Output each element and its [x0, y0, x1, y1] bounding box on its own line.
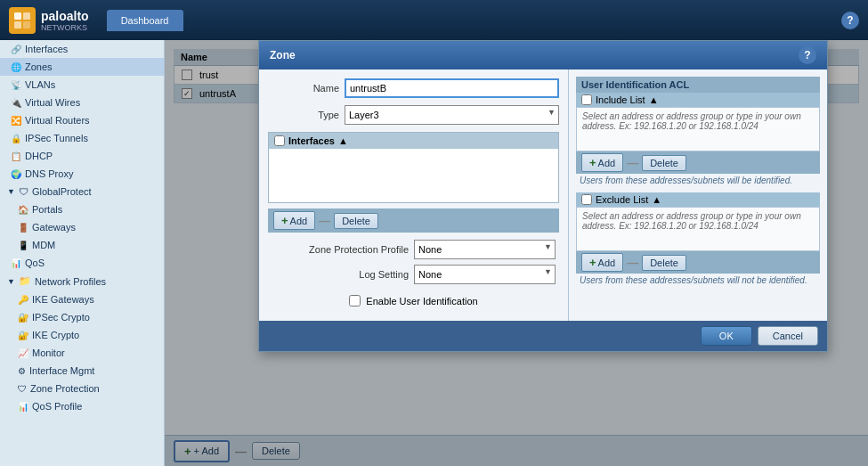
dhcp-icon: 📋	[11, 151, 21, 161]
app-title: paloalto	[41, 9, 89, 23]
modal-body: Name Type Layer3 Layer2 Virtual Wire	[259, 69, 827, 321]
sidebar-item-ipsec-crypto[interactable]: 🔐 IPSec Crypto	[0, 308, 164, 326]
include-list-header: Include List ▲	[576, 93, 820, 107]
name-row: Name	[268, 78, 559, 98]
ipsec-crypto-icon: 🔐	[18, 313, 28, 323]
zone-protection-select[interactable]: None	[414, 240, 556, 259]
interfaces-header: Interfaces ▲	[269, 133, 558, 149]
sidebar-item-globalprotect[interactable]: ▼ 🛡 GlobalProtect	[0, 183, 164, 200]
sidebar-item-ike-gateways[interactable]: 🔑 IKE Gateways	[0, 290, 164, 308]
modal-left: Name Type Layer3 Layer2 Virtual Wire	[259, 69, 569, 321]
content-area: Name trust untrustA + + Add — Delete	[165, 40, 868, 466]
type-select[interactable]: Layer3 Layer2 Virtual Wire Tap Tunnel	[345, 105, 559, 125]
interfaces-toggle[interactable]: ▲	[338, 135, 348, 146]
minus-icon2: —	[319, 214, 330, 227]
monitor-icon: 📈	[18, 348, 28, 358]
sidebar-item-vlans[interactable]: 📡 VLANs	[0, 76, 164, 94]
include-toggle[interactable]: ▲	[649, 94, 659, 105]
ike-gateways-icon: 🔑	[18, 295, 28, 305]
include-list-area: Select an address or address group or ty…	[576, 107, 820, 151]
modal-title: Zone	[270, 49, 296, 61]
sidebar-item-ipsec-tunnels[interactable]: 🔒 IPSec Tunnels	[0, 129, 164, 147]
sidebar-item-zone-protection[interactable]: 🛡 Zone Protection	[0, 380, 164, 397]
exclude-list-section: Exclude List ▲ Select an address or addr…	[576, 192, 820, 287]
sidebar-item-virtual-routers[interactable]: 🔀 Virtual Routers	[0, 111, 164, 129]
modal-titlebar: Zone ?	[259, 41, 827, 69]
main-layout: 🔗 Interfaces 🌐 Zones 📡 VLANs 🔌 Virtual W…	[0, 40, 868, 466]
sidebar-item-ike-crypto[interactable]: 🔐 IKE Crypto	[0, 326, 164, 344]
type-label: Type	[268, 110, 339, 120]
logo-icon	[9, 7, 36, 34]
name-input[interactable]	[345, 78, 559, 98]
cancel-button[interactable]: Cancel	[758, 326, 818, 346]
zone-protection-label: Zone Protection Profile	[272, 244, 414, 255]
enable-user-id-checkbox[interactable]	[349, 295, 361, 307]
exclude-add-button[interactable]: + Add	[581, 253, 623, 272]
include-list-section: Include List ▲ Select an address or addr…	[576, 93, 820, 187]
exclude-checkbox[interactable]	[581, 194, 592, 205]
virtual-routers-icon: 🔀	[11, 116, 21, 126]
sidebar-item-qos-profile[interactable]: 📊 QoS Profile	[0, 397, 164, 415]
modal-help-icon[interactable]: ?	[799, 46, 816, 64]
qos-icon: 📊	[11, 258, 21, 268]
help-icon[interactable]: ?	[841, 12, 859, 29]
exclude-delete-button[interactable]: Delete	[642, 255, 686, 271]
sidebar-item-qos[interactable]: 📊 QoS	[0, 254, 164, 272]
zone-protection-icon: 🛡	[18, 384, 27, 394]
nav-tabs: Dashboard	[107, 10, 183, 31]
modal-overlay: Zone ? Name Type	[165, 40, 868, 466]
include-checkbox[interactable]	[581, 94, 592, 105]
exclude-list-label: Exclude List	[596, 194, 648, 205]
include-delete-button[interactable]: Delete	[642, 155, 686, 171]
topbar: paloalto NETWORKS Dashboard ?	[0, 0, 868, 40]
modal-footer: OK Cancel	[259, 321, 827, 351]
sidebar-item-mdm[interactable]: 📱 MDM	[0, 236, 164, 254]
type-row: Type Layer3 Layer2 Virtual Wire Tap Tunn…	[268, 105, 559, 125]
vlans-icon: 📡	[11, 80, 21, 90]
interface-mgmt-icon: ⚙	[18, 366, 26, 376]
exclude-toggle[interactable]: ▲	[652, 194, 661, 205]
exclude-toolbar: + Add — Delete	[576, 251, 820, 274]
plus-icon2: +	[281, 214, 288, 227]
virtual-wires-icon: 🔌	[11, 98, 21, 108]
name-label: Name	[268, 83, 339, 94]
network-profiles-icon: 📁	[19, 275, 31, 287]
acl-header: User Identification ACL	[576, 77, 820, 93]
sidebar-item-dns-proxy[interactable]: 🌍 DNS Proxy	[0, 165, 164, 183]
gateways-icon: 🚪	[18, 223, 28, 233]
minus-icon4: —	[627, 256, 638, 269]
include-toolbar: + Add — Delete	[576, 151, 820, 174]
zone-protection-select-wrapper: None	[414, 240, 556, 259]
exclude-list-header: Exclude List ▲	[576, 192, 820, 207]
mdm-icon: 📱	[18, 241, 28, 250]
sidebar-item-interface-mgmt[interactable]: ⚙ Interface Mgmt	[0, 362, 164, 380]
globalprotect-icon: 🛡	[19, 186, 28, 197]
dns-proxy-icon: 🌍	[11, 169, 21, 179]
sidebar-item-network-profiles[interactable]: ▼ 📁 Network Profiles	[0, 272, 164, 290]
zone-dialog: Zone ? Name Type	[258, 40, 828, 352]
sidebar-item-gateways[interactable]: 🚪 Gateways	[0, 218, 164, 236]
interfaces-label: Interfaces	[288, 135, 335, 146]
minus-icon3: —	[627, 156, 638, 169]
ike-crypto-icon: 🔐	[18, 331, 28, 340]
sidebar-item-zones[interactable]: 🌐 Zones	[0, 58, 164, 76]
sidebar-item-virtual-wires[interactable]: 🔌 Virtual Wires	[0, 94, 164, 111]
ipsec-tunnels-icon: 🔒	[11, 134, 21, 143]
sidebar-item-dhcp[interactable]: 📋 DHCP	[0, 147, 164, 165]
sidebar-item-portals[interactable]: 🏠 Portals	[0, 200, 164, 218]
svg-rect-1	[23, 12, 30, 20]
include-add-button[interactable]: + Add	[581, 153, 623, 172]
log-setting-select-wrapper: None	[414, 265, 556, 284]
tab-dashboard[interactable]: Dashboard	[107, 10, 183, 31]
svg-rect-3	[23, 21, 30, 29]
include-note: Users from these addresses/subnets will …	[576, 174, 820, 187]
sidebar-item-interfaces[interactable]: 🔗 Interfaces	[0, 40, 164, 58]
zone-protection-row: Zone Protection Profile None	[268, 240, 559, 259]
interfaces-delete-button[interactable]: Delete	[334, 213, 378, 229]
interfaces-add-button[interactable]: + Add	[273, 211, 315, 230]
ok-button[interactable]: OK	[701, 326, 752, 346]
interfaces-checkbox[interactable]	[274, 135, 285, 146]
enable-user-id-row: Enable User Identification	[268, 290, 559, 312]
sidebar-item-monitor[interactable]: 📈 Monitor	[0, 344, 164, 362]
log-setting-select[interactable]: None	[414, 265, 556, 284]
